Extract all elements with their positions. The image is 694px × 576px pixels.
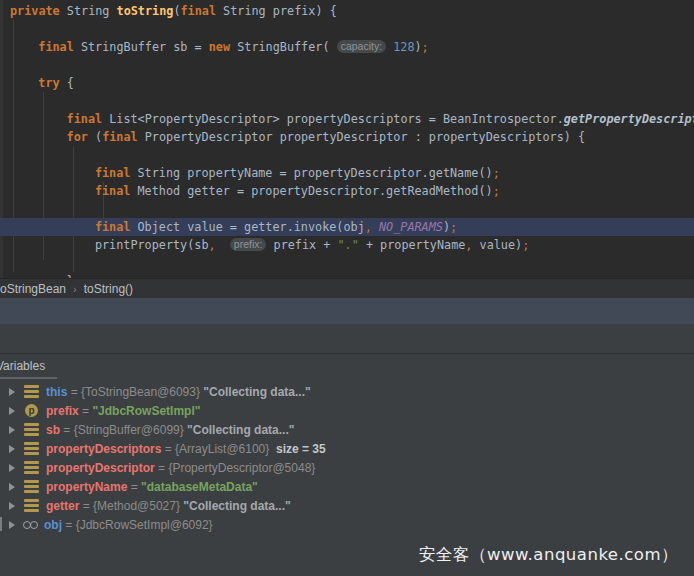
code-token: for — [67, 130, 88, 144]
variable-name: propertyName — [46, 480, 127, 494]
variables-panel: Variables this = {ToStringBean@6093} "Co… — [0, 354, 694, 576]
variable-value: {PropertyDescriptor@5048} — [168, 461, 315, 475]
code-token: StringBuffer( — [230, 40, 337, 54]
code-token: private — [10, 4, 60, 18]
code-token: ; — [493, 184, 500, 198]
code-token — [216, 238, 230, 252]
variable-name: propertyDescriptor — [46, 461, 155, 475]
expand-arrow-icon[interactable] — [9, 521, 15, 529]
equals-sign: = — [155, 461, 169, 475]
expand-arrow-icon[interactable] — [9, 445, 15, 453]
variable-value: "databaseMetaData" — [141, 480, 258, 494]
variable-value: "Collecting data..." — [187, 423, 294, 437]
code-token: PropertyDescriptor propertyDescriptor : … — [138, 130, 585, 144]
code-editor[interactable]: private String toString(final String pre… — [0, 0, 694, 278]
code-token: ( — [88, 130, 102, 144]
variable-row-getter[interactable]: getter = {Method@5027} "Collecting data.… — [0, 496, 694, 515]
variable-row-propertyName[interactable]: propertyName = "databaseMetaData" — [0, 477, 694, 496]
variable-value: {ToStringBean@6093} — [81, 385, 203, 399]
variable-name: obj — [44, 518, 62, 532]
code-token: + propertyName — [359, 238, 466, 252]
code-token: getPropertyDescriptors( — [564, 112, 694, 126]
expand-arrow-icon[interactable] — [9, 426, 15, 434]
code-token: } — [67, 274, 74, 278]
equals-sign: = — [62, 518, 76, 532]
variable-value: "JdbcRowSetImpl" — [92, 404, 200, 418]
execution-line[interactable]: final Object value = getter.invoke(obj, … — [0, 218, 694, 236]
variable-value: "Collecting data..." — [203, 385, 310, 399]
equals-sign: = — [161, 442, 175, 456]
code-token: List<PropertyDescriptor> propertyDescrip… — [102, 112, 564, 126]
code-token: ) — [443, 220, 450, 234]
variable-value: size = 35 — [273, 442, 326, 456]
code-line[interactable]: final List<PropertyDescriptor> propertyD… — [0, 110, 694, 128]
variable-row-this[interactable]: this = {ToStringBean@6093} "Collecting d… — [0, 382, 694, 401]
code-token: 128 — [393, 40, 414, 54]
tab-variables[interactable]: Variables — [0, 359, 45, 373]
code-line[interactable]: try { — [0, 74, 694, 92]
ide-debug-window: private String toString(final String pre… — [0, 0, 694, 576]
code-token: ) — [414, 40, 421, 54]
code-line[interactable]: final StringBuffer sb = new StringBuffer… — [0, 38, 694, 56]
watermark: 安全客（www.anquanke.com） — [419, 544, 678, 566]
code-line[interactable]: final Method getter = propertyDescriptor… — [0, 182, 694, 200]
code-token: toString — [117, 4, 174, 18]
variable-value: {Method@5027} — [93, 499, 183, 513]
variable-value: {StringBuffer@6099} — [74, 423, 187, 437]
code-line[interactable]: } — [0, 272, 694, 278]
code-token: ; — [493, 166, 500, 180]
variable-icon — [24, 499, 39, 512]
code-token: ; — [522, 238, 529, 252]
variable-row-obj[interactable]: obj = {JdbcRowSetImpl@6092} — [0, 515, 694, 534]
code-line[interactable] — [0, 146, 694, 164]
code-line[interactable]: final String propertyName = propertyDesc… — [0, 164, 694, 182]
code-token: printProperty(sb — [95, 238, 209, 252]
code-token: , — [365, 220, 372, 234]
code-token: ; — [450, 220, 457, 234]
breadcrumb-class[interactable]: oStringBean — [0, 282, 66, 296]
breadcrumb-method[interactable]: toString() — [84, 282, 133, 296]
variable-row-prefix[interactable]: pprefix = "JdbcRowSetImpl" — [0, 401, 694, 420]
equals-sign: = — [79, 499, 93, 513]
code-token: prefix + — [266, 238, 337, 252]
watch-icon — [23, 521, 38, 529]
expand-arrow-icon[interactable] — [9, 502, 15, 510]
code-line[interactable] — [0, 254, 694, 272]
code-token: final — [95, 184, 131, 198]
expand-arrow-icon[interactable] — [9, 464, 15, 472]
code-line[interactable]: private String toString(final String pre… — [0, 2, 694, 20]
code-token: , — [209, 238, 216, 252]
code-token: final — [102, 130, 138, 144]
code-token: final — [95, 220, 131, 234]
code-token: value) — [472, 238, 522, 252]
breadcrumb-separator-icon: › — [73, 283, 77, 295]
variable-row-propertyDescriptors[interactable]: propertyDescriptors = {ArrayList@6100} s… — [0, 439, 694, 458]
code-line[interactable]: printProperty(sb, prefix: prefix + "." +… — [0, 236, 694, 254]
code-token: ; — [422, 40, 429, 54]
code-token: String — [60, 4, 117, 18]
variable-value: {JdbcRowSetImpl@6092} — [76, 518, 213, 532]
code-line[interactable] — [0, 200, 694, 218]
debugger-toolbar-strip — [0, 298, 694, 324]
expand-arrow-icon[interactable] — [9, 483, 15, 491]
variable-name: sb — [46, 423, 60, 437]
expand-arrow-icon[interactable] — [9, 407, 15, 415]
code-token: final — [180, 4, 216, 18]
code-token: String prefix) { — [216, 4, 337, 18]
code-token: { — [60, 76, 74, 90]
code-line[interactable] — [0, 92, 694, 110]
variable-name: propertyDescriptors — [46, 442, 161, 456]
code-line[interactable] — [0, 20, 694, 38]
variable-value: "Collecting data..." — [183, 499, 290, 513]
variable-row-propertyDescriptor[interactable]: propertyDescriptor = {PropertyDescriptor… — [0, 458, 694, 477]
variable-icon — [24, 423, 39, 436]
code-line[interactable]: for (final PropertyDescriptor propertyDe… — [0, 128, 694, 146]
expand-arrow-icon[interactable] — [9, 388, 15, 396]
variable-name: this — [46, 385, 67, 399]
variable-icon — [24, 461, 39, 474]
variable-row-sb[interactable]: sb = {StringBuffer@6099} "Collecting dat… — [0, 420, 694, 439]
code-token: Object value = getter.invoke(obj — [130, 220, 364, 234]
variable-name: getter — [46, 499, 79, 513]
code-line[interactable] — [0, 56, 694, 74]
debugger-frames-strip — [0, 324, 694, 354]
